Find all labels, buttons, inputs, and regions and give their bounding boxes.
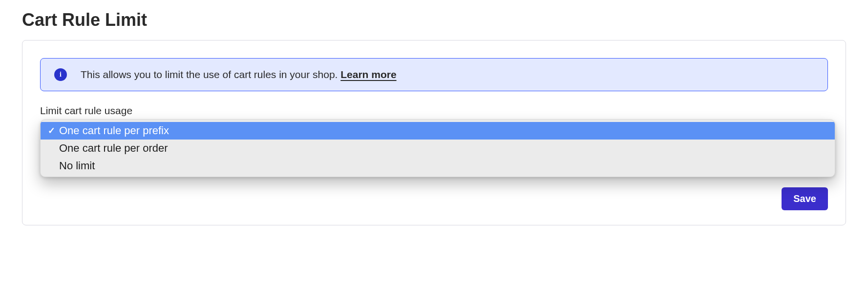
info-message: This allows you to limit the use of cart… (81, 69, 340, 80)
limit-usage-dropdown: ✓ One cart rule per prefix ✓ One cart ru… (40, 120, 835, 177)
option-per-order[interactable]: ✓ One cart rule per order (41, 140, 835, 157)
limit-usage-label: Limit cart rule usage (40, 105, 828, 117)
info-text: This allows you to limit the use of cart… (81, 69, 397, 80)
page-title: Cart Rule Limit (22, 10, 846, 30)
option-label: One cart rule per order (59, 142, 168, 155)
learn-more-link[interactable]: Learn more (340, 69, 396, 80)
option-label: One cart rule per prefix (59, 124, 169, 137)
actions-row: Save (40, 187, 828, 210)
settings-card: i This allows you to limit the use of ca… (22, 40, 846, 225)
save-button[interactable]: Save (782, 187, 828, 210)
option-label: No limit (59, 160, 95, 172)
info-icon: i (54, 68, 67, 81)
info-banner: i This allows you to limit the use of ca… (40, 58, 828, 91)
check-icon: ✓ (47, 125, 55, 136)
option-no-limit[interactable]: ✓ No limit (41, 157, 835, 175)
option-per-prefix[interactable]: ✓ One cart rule per prefix (41, 122, 835, 140)
